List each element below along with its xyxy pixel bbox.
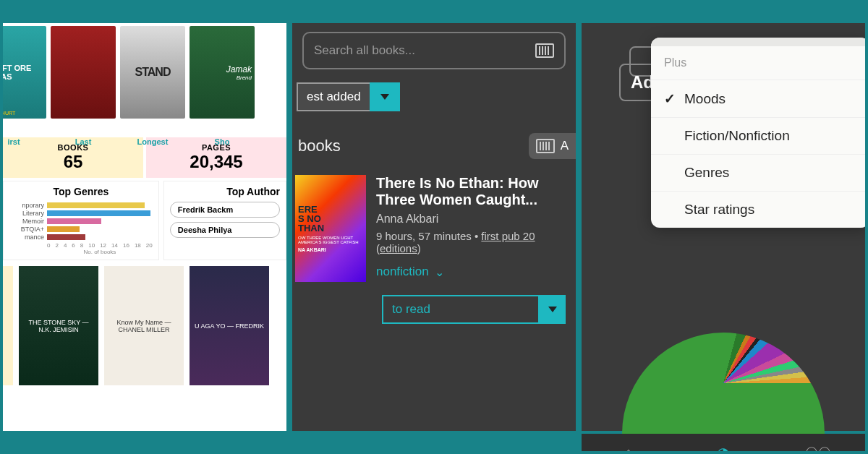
add-book-button[interactable]: A <box>529 133 576 159</box>
pub-link[interactable]: first pub 20 <box>481 230 535 242</box>
sidebar-reads-card: ar eads <box>3 266 13 385</box>
cover-label: irst <box>3 137 46 146</box>
cover-label: Last <box>51 137 116 146</box>
top-authors-box: Top Author Fredrik Backm Deesha Philya <box>163 181 286 260</box>
chevron-down-icon: ⌄ <box>435 265 444 279</box>
book-author: Anna Akbari <box>376 213 566 226</box>
menu-item-moods[interactable]: ✓Moods <box>651 80 865 118</box>
menu-header-plus: Plus <box>651 46 865 80</box>
search-input[interactable]: Search all books... <box>302 32 566 69</box>
filter-menu: Plus ✓Moods Fiction/Nonfiction Genres St… <box>651 38 865 228</box>
menu-item-genres[interactable]: Genres <box>651 155 865 192</box>
top-covers-row: TSHIFT ORE STMAS NG TO HURT irst Last ST… <box>3 23 286 136</box>
nav-stats-icon[interactable]: ◔ <box>714 443 733 451</box>
menu-item-fiction[interactable]: Fiction/Nonfiction <box>651 118 865 155</box>
shelf-label: books <box>298 137 341 155</box>
sort-button[interactable]: est added <box>297 82 370 111</box>
book-cover-longest[interactable]: STAND <box>120 26 185 119</box>
nav-community-icon[interactable]: ⚇⚇ <box>809 443 827 451</box>
cover-label: Longest <box>120 137 185 146</box>
menu-item-ratings[interactable]: Star ratings <box>651 192 865 228</box>
author-pill[interactable]: Deesha Philya <box>170 222 280 238</box>
book-cover-shortest[interactable]: Jamak Brend <box>190 26 255 119</box>
chevron-down-icon <box>380 94 389 100</box>
status-dropdown-toggle[interactable] <box>540 295 566 324</box>
book-cover-last[interactable] <box>51 26 116 119</box>
top-genres-chart: Top Genres nporaryLiteraryMemoirBTQIA+ma… <box>3 181 159 260</box>
genre-toggle[interactable]: nonfiction ⌄ <box>376 265 566 279</box>
chevron-down-icon <box>548 307 557 312</box>
status-select[interactable]: to read <box>382 295 540 324</box>
author-pill[interactable]: Fredrik Backm <box>170 202 280 218</box>
book-cover-first[interactable]: TSHIFT ORE STMAS NG TO HURT <box>3 26 46 119</box>
book-cover[interactable]: U AGA YO — FREDRIK <box>190 266 269 385</box>
book-metadata: 9 hours, 57 minutes • first pub 20 (edit… <box>376 230 566 254</box>
book-list-item[interactable]: ERE S NO THAN OW THREE WOMEN UGHT AMERIC… <box>302 175 566 282</box>
sort-dropdown-toggle[interactable] <box>370 82 400 111</box>
mood-pie-chart <box>622 333 825 434</box>
book-title: There Is No Ethan: How Three Women Caugh… <box>376 175 566 208</box>
book-cover[interactable]: Know My Name — CHANEL MILLER <box>104 266 184 385</box>
barcode-scan-icon[interactable] <box>535 43 554 58</box>
nav-home-icon[interactable]: ⌂ <box>619 443 638 451</box>
book-cover[interactable]: THE STONE SKY — N.K. JEMISIN <box>19 266 98 385</box>
editions-link[interactable]: editions <box>380 242 417 254</box>
check-icon: ✓ <box>664 90 676 107</box>
cover-label: Sho <box>190 137 255 146</box>
book-cover[interactable]: ERE S NO THAN OW THREE WOMEN UGHT AMERIC… <box>295 175 366 282</box>
bottom-nav: ⌂ ◔ ⚇⚇ <box>582 434 865 451</box>
barcode-icon <box>536 139 555 153</box>
